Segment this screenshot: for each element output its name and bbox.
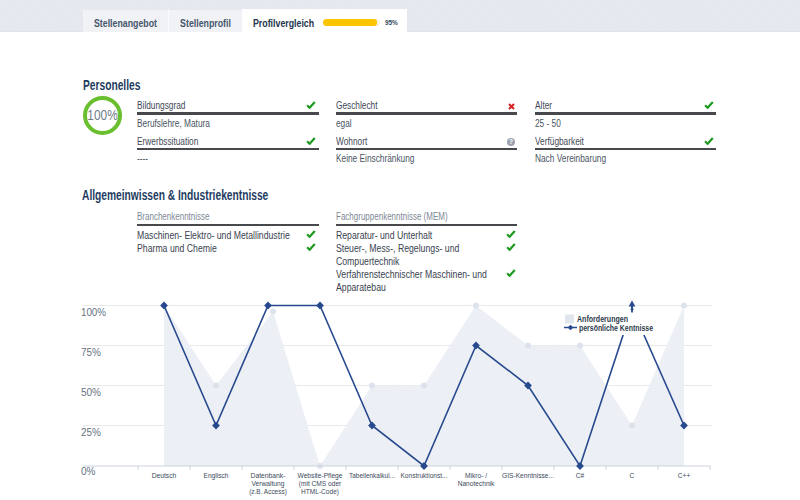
svg-text:Deutsch: Deutsch (152, 471, 177, 480)
svg-text:Konstruktionst...: Konstruktionst... (401, 471, 448, 480)
svg-text:Nanotechnik: Nanotechnik (458, 479, 495, 488)
svg-text:C#: C# (576, 471, 585, 480)
svg-text:Englisch: Englisch (204, 471, 229, 480)
svg-text:C++: C++ (678, 471, 691, 480)
svg-text:25%: 25% (81, 427, 101, 438)
svg-text:75%: 75% (81, 347, 101, 358)
svg-text:Tabellenkalkul...: Tabellenkalkul... (349, 471, 395, 480)
svg-text:100%: 100% (81, 307, 106, 318)
svg-text:C: C (630, 471, 635, 480)
svg-text:persönliche Kentnisse: persönliche Kentnisse (579, 323, 653, 333)
svg-text:HTML-Code): HTML-Code) (301, 487, 339, 496)
svg-text:0%: 0% (81, 466, 96, 477)
svg-text:(z.B. Access): (z.B. Access) (249, 487, 287, 496)
svg-text:50%: 50% (81, 387, 101, 398)
svg-text:GIS-Kenntnisse...: GIS-Kenntnisse... (502, 471, 554, 480)
